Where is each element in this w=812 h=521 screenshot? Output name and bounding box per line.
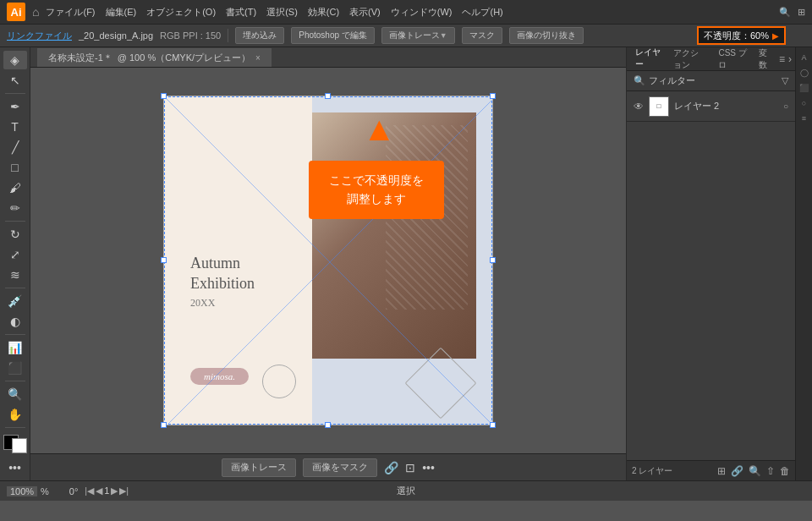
opacity-control[interactable]: 不透明度：60% ▶ bbox=[697, 26, 786, 45]
new-layer-icon[interactable]: ⊞ bbox=[717, 465, 726, 477]
fr-icon-2[interactable]: ◯ bbox=[798, 66, 811, 80]
tool-sep4 bbox=[5, 334, 25, 335]
link-file-label[interactable]: リンクファイル bbox=[7, 30, 72, 42]
nav-prev-prev[interactable]: |◀ bbox=[85, 485, 94, 496]
fr-icon-3[interactable]: ⬛ bbox=[798, 81, 811, 95]
panel-tab-vars[interactable]: 変数 bbox=[754, 46, 777, 73]
direct-select-tool[interactable]: ↖ bbox=[3, 71, 27, 90]
eyedropper-tool[interactable]: 💉 bbox=[3, 292, 27, 310]
menu-help[interactable]: ヘルプ(H) bbox=[462, 6, 502, 19]
padding-right: ⠀ bbox=[799, 31, 805, 40]
canvas-container: Autumn Exhibition 20XX mimosa. bbox=[30, 68, 626, 453]
fr-icon-4[interactable]: ○ bbox=[798, 96, 811, 110]
layer-name-label: レイヤー 2 bbox=[674, 100, 778, 112]
ctx-link-icon[interactable]: 🔗 bbox=[384, 461, 398, 474]
layer-options-icon[interactable]: ○ bbox=[783, 101, 788, 111]
more-tools[interactable]: ••• bbox=[3, 458, 27, 477]
menu-select[interactable]: 選択(S) bbox=[266, 6, 298, 19]
zoom-input[interactable] bbox=[7, 486, 37, 496]
panel-menu-icon[interactable]: ≡ bbox=[779, 53, 785, 65]
panel-tab-css[interactable]: CSS プロ bbox=[713, 46, 752, 73]
home-icon[interactable]: ⌂ bbox=[32, 5, 39, 19]
panel-tab-layers[interactable]: レイヤー bbox=[630, 45, 667, 74]
menu-window[interactable]: ウィンドウ(W) bbox=[391, 6, 453, 19]
type-tool[interactable]: T bbox=[3, 118, 27, 136]
menu-object[interactable]: オブジェクト(O) bbox=[146, 6, 216, 19]
bottom-context-bar: 画像トレース 画像をマスク 🔗 ⊡ ••• bbox=[30, 453, 626, 480]
photoshop-edit-button[interactable]: Photoshop で編集 bbox=[291, 27, 375, 44]
opacity-label: 不透明度：60% bbox=[704, 30, 769, 42]
menu-file[interactable]: ファイル(F) bbox=[46, 6, 95, 19]
tab-bar: 名称未設定-1＊ @ 100 %（CMYK/プレビュー） × bbox=[30, 47, 626, 68]
callout-text-line2: 調整します bbox=[347, 192, 406, 206]
link-layer-icon[interactable]: 🔗 bbox=[731, 465, 743, 477]
panel-collapse-icon[interactable]: › bbox=[788, 53, 792, 65]
callout-text-line1: ここで不透明度を bbox=[329, 173, 424, 187]
art-title: Autumn Exhibition bbox=[190, 254, 255, 293]
scale-tool[interactable]: ⤢ bbox=[3, 245, 27, 264]
callout-box: ここで不透明度を 調整します bbox=[309, 161, 444, 219]
document-tab[interactable]: 名称未設定-1＊ @ 100 %（CMYK/プレビュー） × bbox=[37, 48, 272, 67]
layers-filter-icon[interactable]: ▽ bbox=[782, 75, 788, 86]
trace-dropdown-arrow[interactable]: ▼ bbox=[440, 31, 447, 40]
pencil-tool[interactable]: ✏ bbox=[3, 199, 27, 217]
file-info-label: RGB PPI : 150 bbox=[160, 30, 221, 41]
zoom-control: % bbox=[7, 486, 49, 496]
tool-sep5 bbox=[5, 381, 25, 381]
color-selector[interactable] bbox=[3, 435, 27, 453]
menu-type[interactable]: 書式(T) bbox=[226, 6, 256, 19]
select-tool[interactable]: ◈ bbox=[3, 51, 27, 69]
rotate-tool[interactable]: ↻ bbox=[3, 225, 27, 244]
art-text-area: Autumn Exhibition 20XX bbox=[190, 254, 255, 310]
layers-filter-label: フィルター bbox=[649, 74, 695, 87]
layer-row[interactable]: 👁 □ レイヤー 2 ○ bbox=[627, 91, 795, 122]
ctx-embed-icon[interactable]: ⊡ bbox=[405, 461, 415, 474]
slice-tool[interactable]: ⬛ bbox=[3, 359, 27, 377]
title-right-icons: 🔍 ⊞ bbox=[779, 7, 805, 18]
rect-tool[interactable]: □ bbox=[3, 158, 27, 177]
separator1 bbox=[228, 29, 228, 42]
pen-tool[interactable]: ✒ bbox=[3, 97, 27, 116]
line-tool[interactable]: ╱ bbox=[3, 138, 27, 156]
menu-view[interactable]: 表示(V) bbox=[349, 6, 381, 19]
zoom-tool[interactable]: 🔍 bbox=[3, 385, 27, 403]
search-layer-icon[interactable]: 🔍 bbox=[749, 465, 761, 477]
arrange-icon[interactable]: ⊞ bbox=[798, 7, 805, 18]
move-layer-icon[interactable]: ⇧ bbox=[766, 465, 775, 477]
crop-button[interactable]: 画像の切り抜き bbox=[509, 27, 584, 44]
zoom-separator: ⠀ bbox=[56, 485, 63, 496]
chart-tool[interactable]: 📊 bbox=[3, 338, 27, 357]
mask-button[interactable]: マスク bbox=[462, 27, 502, 44]
ctx-more-icon[interactable]: ••• bbox=[422, 461, 435, 474]
warp-tool[interactable]: ≋ bbox=[3, 266, 27, 284]
tool-sep6 bbox=[5, 427, 25, 428]
embed-button[interactable]: 埋め込み bbox=[235, 27, 284, 44]
layer-thumbnail: □ bbox=[649, 96, 669, 117]
background-color[interactable] bbox=[12, 438, 27, 453]
hand-tool[interactable]: ✋ bbox=[3, 405, 27, 424]
layers-search-icon[interactable]: 🔍 bbox=[634, 75, 645, 86]
fr-icon-5[interactable]: ≡ bbox=[798, 112, 811, 125]
paintbrush-tool[interactable]: 🖌 bbox=[3, 178, 27, 197]
zoom-percent: % bbox=[41, 486, 49, 496]
nav-prev[interactable]: ◀ bbox=[96, 485, 102, 496]
menu-effect[interactable]: 効果(C) bbox=[308, 6, 339, 19]
search-icon[interactable]: 🔍 bbox=[779, 7, 791, 18]
fr-icon-1[interactable]: A bbox=[798, 51, 811, 64]
ctx-image-trace-button[interactable]: 画像トレース bbox=[222, 458, 296, 477]
navigation-buttons: |◀ ◀ 1 ▶ ▶| bbox=[85, 485, 129, 496]
panel-tab-actions[interactable]: アクション bbox=[668, 46, 711, 73]
layer-visibility-icon[interactable]: 👁 bbox=[634, 101, 644, 112]
callout-arrow-icon: ▲ bbox=[362, 110, 396, 148]
delete-layer-icon[interactable]: 🗑 bbox=[780, 465, 790, 477]
menu-edit[interactable]: 編集(E) bbox=[106, 6, 137, 19]
nav-next[interactable]: ▶ bbox=[111, 485, 118, 496]
image-trace-button[interactable]: 画像トレース ▼ bbox=[381, 27, 455, 44]
tab-close-button[interactable]: × bbox=[255, 53, 261, 63]
gradient-tool[interactable]: ◐ bbox=[3, 312, 27, 331]
layers-panel: 🔍 フィルター ▽ 👁 □ レイヤー 2 ○ bbox=[627, 71, 795, 460]
tab-info: @ 100 %（CMYK/プレビュー） bbox=[118, 52, 250, 64]
opacity-arrow-icon[interactable]: ▶ bbox=[772, 31, 779, 41]
nav-next-next[interactable]: ▶| bbox=[119, 485, 129, 496]
ctx-image-mask-button[interactable]: 画像をマスク bbox=[303, 458, 377, 477]
